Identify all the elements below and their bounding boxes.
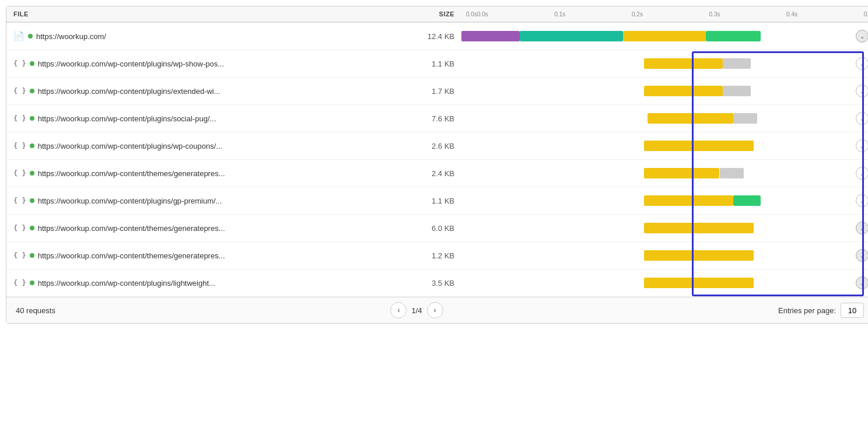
- timeline-label-4: 0.3s: [709, 11, 720, 17]
- expand-button[interactable]: ⌄: [856, 194, 868, 207]
- status-dot: [30, 253, 34, 258]
- prev-page-button[interactable]: ‹: [390, 302, 407, 318]
- timeline-cell: ⌄: [461, 215, 868, 241]
- bar-wrapper: ⌄: [461, 242, 868, 269]
- braces-icon: { }: [13, 279, 26, 287]
- table-row: { } https://woorkup.com/wp-content/plugi…: [6, 132, 868, 160]
- entries-per-page: Entries per page:: [778, 303, 864, 318]
- file-url: https://woorkup.com/wp-content/plugins/w…: [38, 59, 224, 68]
- expand-button[interactable]: ⌄: [856, 139, 868, 152]
- timeline-cell: ⌄: [461, 187, 868, 214]
- file-page-icon: 📄: [13, 31, 24, 41]
- bar-wrapper: ⌄: [461, 160, 868, 187]
- table-row: { } https://woorkup.com/wp-content/plugi…: [6, 78, 868, 105]
- size-cell: 1.2 KB: [403, 251, 461, 260]
- file-url: https://woorkup.com/wp-content/themes/ge…: [38, 169, 225, 178]
- timing-bar: [644, 250, 754, 261]
- bar-wrapper: ⌄: [461, 269, 868, 296]
- timeline-label-6: 0.: [864, 11, 868, 17]
- braces-icon: { }: [13, 224, 26, 232]
- table-row: { } https://woorkup.com/wp-content/theme…: [6, 242, 868, 269]
- file-url: https://woorkup.com/wp-content/plugins/w…: [38, 142, 223, 150]
- timing-bar: [644, 168, 720, 178]
- table-row: { } https://woorkup.com/wp-content/theme…: [6, 215, 868, 242]
- file-cell: { } https://woorkup.com/wp-content/plugi…: [6, 55, 403, 73]
- entries-per-page-input[interactable]: [841, 303, 864, 318]
- size-cell: 1.1 KB: [403, 59, 461, 68]
- status-dot: [30, 171, 34, 176]
- table-header: FILE SIZE 0.0s 0.0s 0.1s 0.2s 0.3s 0.4s …: [6, 6, 868, 23]
- expand-button[interactable]: ⌄: [856, 85, 868, 97]
- size-cell: 7.6 KB: [403, 114, 461, 123]
- timeline-cell: ⌄: [461, 50, 868, 77]
- timeline-cell: ⌄: [461, 105, 868, 132]
- page-info: 1/4: [411, 306, 422, 315]
- file-cell: { } https://woorkup.com/wp-content/plugi…: [6, 192, 403, 210]
- bar-wrapper: ⌄: [461, 215, 868, 241]
- bar-wrapper: ⌄: [461, 78, 868, 104]
- file-url: https://woorkup.com/wp-content/plugins/g…: [38, 197, 222, 205]
- table-row: { } https://woorkup.com/wp-content/plugi…: [6, 269, 868, 297]
- status-dot: [30, 116, 34, 121]
- status-dot: [30, 226, 34, 230]
- timing-bar: [733, 195, 761, 206]
- table-footer: 40 requests ‹ 1/4 › Entries per page:: [6, 297, 868, 323]
- file-cell: { } https://woorkup.com/wp-content/theme…: [6, 164, 403, 183]
- braces-icon: { }: [13, 197, 26, 205]
- timing-bar: [623, 31, 706, 41]
- braces-icon: { }: [13, 251, 26, 260]
- timeline-label-5: 0.4s: [786, 11, 797, 17]
- timeline-label-2: 0.1s: [554, 11, 565, 17]
- expand-button[interactable]: ⌄: [856, 249, 868, 262]
- bar-wrapper: ⌄: [461, 105, 868, 132]
- status-dot: [30, 143, 34, 148]
- entries-label: Entries per page:: [778, 306, 836, 315]
- file-cell: { } https://woorkup.com/wp-content/theme…: [6, 247, 403, 265]
- status-dot: [30, 89, 34, 93]
- size-column-header: SIZE: [403, 10, 461, 17]
- file-url: https://woorkup.com/wp-content/plugins/s…: [38, 114, 216, 123]
- table-row: 📄 https://woorkup.com/ 12.4 KB ⌄: [6, 23, 868, 50]
- file-url: https://woorkup.com/wp-content/themes/ge…: [38, 224, 225, 233]
- bar-wrapper: ⌄: [461, 50, 868, 77]
- timeline-cell: ⌄: [461, 242, 868, 269]
- timeline-label-0: 0.0s: [466, 11, 477, 17]
- bar-wrapper: ⌄: [461, 23, 868, 50]
- timing-bar: [733, 113, 757, 124]
- timeline-column-header: 0.0s 0.0s 0.1s 0.2s 0.3s 0.4s 0.: [461, 11, 868, 17]
- expand-button[interactable]: ⌄: [856, 30, 868, 43]
- size-cell: 2.6 KB: [403, 142, 461, 150]
- timing-bar: [644, 58, 723, 69]
- file-cell: 📄 https://woorkup.com/: [6, 26, 403, 46]
- table-row: { } https://woorkup.com/wp-content/plugi…: [6, 105, 868, 132]
- timing-bar: [706, 31, 761, 41]
- expand-button[interactable]: ⌄: [856, 57, 868, 70]
- expand-button[interactable]: ⌄: [856, 112, 868, 125]
- status-dot: [28, 34, 33, 38]
- timeline-cell: ⌄: [461, 23, 868, 50]
- timing-bar: [723, 86, 750, 96]
- file-url: https://woorkup.com/wp-content/plugins/e…: [38, 87, 220, 96]
- timeline-cell: ⌄: [461, 160, 868, 187]
- size-cell: 6.0 KB: [403, 224, 461, 233]
- bar-wrapper: ⌄: [461, 132, 868, 159]
- next-page-button[interactable]: ›: [427, 302, 443, 318]
- timing-bar: [520, 31, 623, 41]
- expand-button[interactable]: ⌄: [856, 276, 868, 289]
- pagination: ‹ 1/4 ›: [390, 302, 443, 318]
- expand-button[interactable]: ⌄: [856, 167, 868, 180]
- file-url: https://woorkup.com/wp-content/plugins/l…: [38, 279, 215, 288]
- timeline-cell: ⌄: [461, 132, 868, 159]
- requests-count: 40 requests: [16, 306, 55, 315]
- timing-bar: [461, 31, 520, 41]
- timeline-cell: ⌄: [461, 269, 868, 296]
- braces-icon: { }: [13, 169, 26, 177]
- file-url: https://woorkup.com/wp-content/themes/ge…: [38, 251, 225, 260]
- braces-icon: { }: [13, 87, 26, 95]
- size-cell: 1.7 KB: [403, 87, 461, 96]
- file-cell: { } https://woorkup.com/wp-content/plugi…: [6, 110, 403, 128]
- network-table: FILE SIZE 0.0s 0.0s 0.1s 0.2s 0.3s 0.4s …: [6, 6, 868, 324]
- expand-button[interactable]: ⌄: [856, 222, 868, 234]
- timing-bar: [644, 223, 754, 233]
- status-dot: [30, 281, 34, 285]
